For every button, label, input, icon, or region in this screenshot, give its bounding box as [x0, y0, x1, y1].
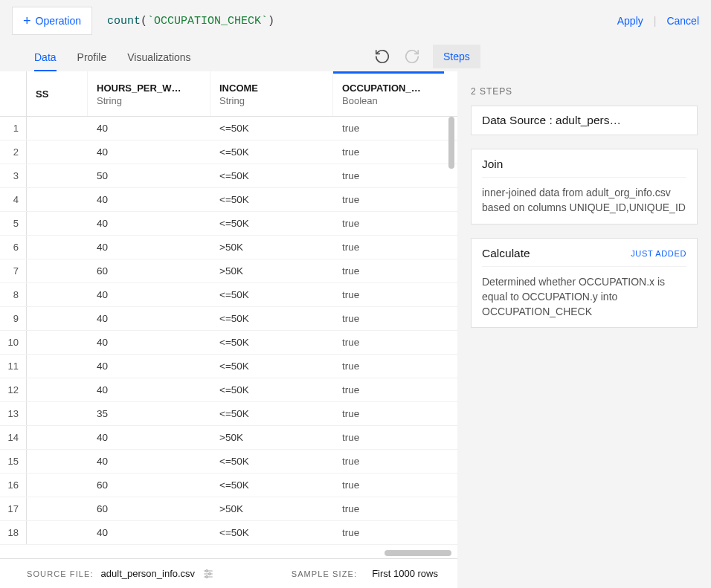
- column-header[interactable]: HOURS_PER_W… String: [88, 71, 210, 116]
- add-operation-button[interactable]: + Operation: [12, 7, 92, 35]
- cell: true: [333, 212, 444, 235]
- grid-body[interactable]: 140<=50Ktrue240<=50Ktrue350<=50Ktrue440<…: [0, 117, 457, 548]
- row-number: 5: [0, 212, 27, 235]
- svg-point-3: [206, 569, 208, 572]
- tab-visualizations[interactable]: Visualizations: [127, 51, 190, 71]
- cell: true: [333, 426, 444, 449]
- table-row[interactable]: 540<=50Ktrue: [0, 212, 457, 236]
- redo-button[interactable]: [403, 48, 421, 65]
- cell: 60: [88, 497, 210, 520]
- cell: true: [333, 474, 444, 497]
- column-header-new[interactable]: OCCUPATION_… Boolean: [333, 71, 444, 116]
- cell: true: [333, 450, 444, 473]
- column-type: Boolean: [342, 95, 435, 106]
- cell: 40: [88, 188, 210, 211]
- redo-icon: [404, 48, 420, 65]
- table-row[interactable]: 140<=50Ktrue: [0, 117, 457, 140]
- column-header[interactable]: INCOME String: [210, 71, 333, 116]
- svg-point-4: [209, 572, 211, 575]
- step-title: Join: [482, 158, 503, 171]
- horizontal-scrollbar[interactable]: [385, 550, 451, 556]
- table-row[interactable]: 350<=50Ktrue: [0, 164, 457, 188]
- formula-input[interactable]: count(`OCCUPATION_CHECK`): [104, 15, 605, 28]
- undo-icon: [374, 48, 390, 65]
- column-header[interactable]: SS: [27, 71, 88, 116]
- table-row[interactable]: 1760>50Ktrue: [0, 497, 457, 521]
- step-title: Data Source : adult_pers…: [482, 114, 621, 127]
- undo-button[interactable]: [373, 48, 391, 65]
- horizontal-scrollbar-track: [27, 548, 457, 558]
- row-number: 3: [0, 164, 27, 187]
- table-row[interactable]: 840<=50Ktrue: [0, 283, 457, 307]
- table-row[interactable]: 1040<=50Ktrue: [0, 331, 457, 355]
- table-row[interactable]: 1240<=50Ktrue: [0, 378, 457, 402]
- cell: >50K: [210, 426, 333, 449]
- cell: [27, 402, 88, 425]
- cell: <=50K: [210, 378, 333, 401]
- apply-button[interactable]: Apply: [617, 15, 643, 27]
- column-type: String: [97, 95, 201, 106]
- cell: 40: [88, 521, 210, 544]
- cell: [27, 236, 88, 259]
- step-card[interactable]: Joininner-joined data from adult_org_inf…: [471, 149, 698, 224]
- step-card[interactable]: Data Source : adult_pers…: [471, 106, 698, 135]
- configure-source-button[interactable]: [202, 568, 214, 580]
- row-number: 10: [0, 331, 27, 354]
- step-card[interactable]: CalculateJUST ADDEDDetermined whether OC…: [471, 238, 698, 329]
- tab-profile[interactable]: Profile: [77, 51, 107, 71]
- cell: true: [333, 378, 444, 401]
- table-row[interactable]: 1140<=50Ktrue: [0, 355, 457, 378]
- table-row[interactable]: 440<=50Ktrue: [0, 188, 457, 212]
- cell: [27, 426, 88, 449]
- sample-size-value: First 1000 rows: [372, 568, 438, 579]
- cell: 40: [88, 331, 210, 354]
- cell: true: [333, 497, 444, 520]
- cell: true: [333, 521, 444, 544]
- add-operation-label: Operation: [36, 15, 81, 27]
- table-row[interactable]: 760>50Ktrue: [0, 259, 457, 283]
- steps-panel: 2 STEPS Data Source : adult_pers…Joininn…: [457, 71, 711, 558]
- cell: [27, 355, 88, 378]
- table-row[interactable]: 1335<=50Ktrue: [0, 402, 457, 426]
- table-row[interactable]: 240<=50Ktrue: [0, 140, 457, 164]
- cell: true: [333, 355, 444, 378]
- source-file-label: SOURCE FILE:: [27, 569, 94, 578]
- cell: <=50K: [210, 164, 333, 187]
- cell: true: [333, 188, 444, 211]
- row-number: 8: [0, 283, 27, 306]
- data-grid: SS HOURS_PER_W… String INCOME String OCC…: [0, 71, 457, 558]
- column-name: SS: [36, 88, 78, 100]
- table-row[interactable]: 940<=50Ktrue: [0, 307, 457, 331]
- step-title: Calculate: [482, 247, 530, 260]
- sample-size-label: SAMPLE SIZE:: [292, 569, 357, 578]
- tab-data[interactable]: Data: [34, 51, 57, 71]
- table-row[interactable]: 1840<=50Ktrue: [0, 521, 457, 545]
- cell: <=50K: [210, 402, 333, 425]
- cell: <=50K: [210, 450, 333, 473]
- cell: <=50K: [210, 188, 333, 211]
- cell: <=50K: [210, 521, 333, 544]
- cancel-button[interactable]: Cancel: [666, 15, 699, 27]
- just-added-badge: JUST ADDED: [631, 249, 686, 258]
- cell: <=50K: [210, 283, 333, 306]
- column-name: HOURS_PER_W…: [97, 83, 201, 94]
- cell: <=50K: [210, 307, 333, 330]
- cell: [27, 188, 88, 211]
- cell: <=50K: [210, 117, 333, 140]
- row-number: 4: [0, 188, 27, 211]
- cell: [27, 474, 88, 497]
- steps-toggle[interactable]: Steps: [433, 45, 480, 68]
- table-row[interactable]: 1660<=50Ktrue: [0, 474, 457, 497]
- row-number: 6: [0, 236, 27, 259]
- row-number: 1: [0, 117, 27, 140]
- cell: 40: [88, 450, 210, 473]
- vertical-scrollbar[interactable]: [448, 117, 454, 169]
- cell: true: [333, 283, 444, 306]
- table-row[interactable]: 640>50Ktrue: [0, 236, 457, 259]
- row-number: 13: [0, 402, 27, 425]
- step-description: inner-joined data from adult_org_info.cs…: [482, 177, 686, 216]
- row-number: 2: [0, 140, 27, 164]
- table-row[interactable]: 1540<=50Ktrue: [0, 450, 457, 474]
- table-row[interactable]: 1440>50Ktrue: [0, 426, 457, 450]
- steps-count-label: 2 STEPS: [471, 86, 698, 97]
